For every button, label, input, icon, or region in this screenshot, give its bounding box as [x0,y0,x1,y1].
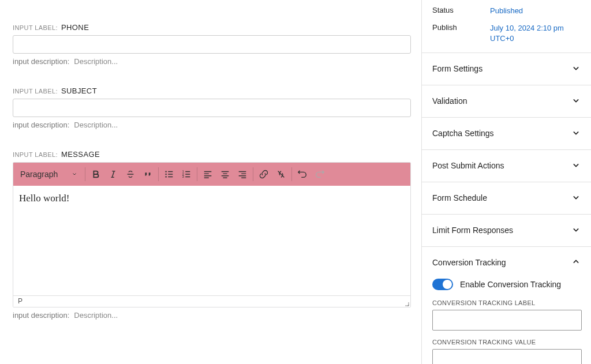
toolbar-separator [197,167,197,181]
settings-sidebar: Status Published Publish July 10, 2024 2… [421,0,591,364]
field-phone: INPUT LABEL: PHONE input description: De… [13,23,411,66]
input-description-prefix: input description: [13,121,69,129]
panel-title: Validation [432,96,467,106]
subject-label-row: INPUT LABEL: SUBJECT [13,87,411,95]
panel-conversion-tracking: Conversion Tracking Enable Conversion Tr… [422,247,591,364]
align-center-button[interactable] [216,166,234,183]
message-description-row: input description: Description... [13,311,411,320]
panel-header-form-settings[interactable]: Form Settings [422,53,591,85]
bold-button[interactable] [87,166,104,183]
status-row: Status Published [432,6,582,16]
main-editor-area: INPUT LABEL: PHONE input description: De… [0,0,421,364]
align-left-button[interactable] [199,166,216,183]
panel-header-form-schedule[interactable]: Form Schedule [422,182,591,214]
svg-point-0 [166,171,167,172]
chevron-down-icon [570,127,582,140]
post-meta-block: Status Published Publish July 10, 2024 2… [422,0,591,53]
panel-header-limit-responses[interactable]: Limit Form Responses [422,215,591,246]
phone-description-placeholder[interactable]: Description... [74,57,118,66]
panel-limit-form-responses: Limit Form Responses [422,215,591,247]
conversion-tracking-body: Enable Conversion Tracking CONVERSION TR… [422,279,591,364]
bullet-list-button[interactable] [160,166,178,183]
publish-value[interactable]: July 10, 2024 2:10 pm UTC+0 [490,23,582,44]
panel-title: Limit Form Responses [432,226,513,235]
format-dropdown-label: Paragraph [20,170,58,179]
panel-title: Form Settings [432,64,482,73]
toolbar-separator [158,167,159,181]
rte-status-bar: P [13,295,410,307]
strikethrough-button[interactable] [122,166,139,183]
svg-point-2 [166,176,167,177]
conversion-value-field-label: CONVERSION TRACKING VALUE [432,339,582,346]
italic-button[interactable] [104,166,122,183]
chevron-down-icon [570,159,582,172]
input-label-prefix: INPUT LABEL: [13,24,58,31]
redo-button[interactable] [311,166,328,183]
panel-title: Captcha Settings [432,129,494,138]
subject-label-text[interactable]: SUBJECT [61,87,97,95]
enable-conversion-row: Enable Conversion Tracking [432,279,582,290]
status-label: Status [432,6,490,14]
chevron-up-icon [570,256,582,269]
publish-label: Publish [432,23,490,32]
subject-description-row: input description: Description... [13,121,411,129]
undo-button[interactable] [294,166,311,183]
subject-input[interactable] [13,99,411,117]
numbered-list-button[interactable]: 123 [178,166,195,183]
enable-conversion-label: Enable Conversion Tracking [460,280,561,289]
field-subject: INPUT LABEL: SUBJECT input description: … [13,87,411,129]
chevron-down-icon [570,95,582,108]
unlink-button[interactable] [272,166,290,183]
format-dropdown[interactable]: Paragraph [14,166,83,183]
input-label-prefix: INPUT LABEL: [13,88,58,95]
field-message: INPUT LABEL: MESSAGE Paragraph [13,150,411,320]
panel-header-conversion-tracking[interactable]: Conversion Tracking [422,247,591,279]
enable-conversion-toggle[interactable] [432,279,453,290]
chevron-down-icon [72,170,77,179]
link-button[interactable] [255,166,272,183]
status-value[interactable]: Published [490,6,582,16]
rte-content-area[interactable]: Hello world! [13,186,410,295]
input-description-prefix: input description: [13,57,69,66]
subject-description-placeholder[interactable]: Description... [74,121,118,129]
publish-row: Publish July 10, 2024 2:10 pm UTC+0 [432,23,582,44]
rich-text-editor: Paragraph [13,162,411,307]
panel-captcha-settings: Captcha Settings [422,118,591,150]
panel-title: Form Schedule [432,193,487,202]
phone-input[interactable] [13,35,411,54]
panel-header-captcha[interactable]: Captcha Settings [422,118,591,149]
input-description-prefix: input description: [13,311,69,320]
panel-header-validation[interactable]: Validation [422,85,591,117]
chevron-down-icon [570,224,582,237]
conversion-label-field-label: CONVERSION TRACKING LABEL [432,299,582,306]
message-label-text[interactable]: MESSAGE [61,150,100,159]
conversion-label-input[interactable] [432,310,582,331]
panel-title: Post Submit Actions [432,161,504,170]
rte-toolbar: Paragraph [13,163,410,186]
conversion-value-input[interactable] [432,349,582,364]
phone-description-row: input description: Description... [13,57,411,66]
panel-header-post-submit[interactable]: Post Submit Actions [422,150,591,182]
input-label-prefix: INPUT LABEL: [13,151,58,158]
panel-form-settings: Form Settings [422,53,591,85]
toolbar-separator [85,167,85,181]
panel-title: Conversion Tracking [432,258,506,267]
chevron-down-icon [570,192,582,205]
message-label-row: INPUT LABEL: MESSAGE [13,150,411,159]
panel-form-schedule: Form Schedule [422,182,591,215]
toolbar-separator [291,167,292,181]
rte-element-path[interactable]: P [18,297,23,305]
message-description-placeholder[interactable]: Description... [74,311,118,320]
phone-label-row: INPUT LABEL: PHONE [13,23,411,32]
resize-handle-icon[interactable] [402,299,409,306]
chevron-down-icon [570,62,582,76]
panel-post-submit-actions: Post Submit Actions [422,150,591,182]
toolbar-separator [253,167,253,181]
svg-text:3: 3 [182,175,184,178]
svg-point-1 [166,174,167,175]
phone-label-text[interactable]: PHONE [61,23,89,32]
blockquote-button[interactable] [139,166,156,183]
panel-validation: Validation [422,85,591,118]
align-right-button[interactable] [234,166,251,183]
